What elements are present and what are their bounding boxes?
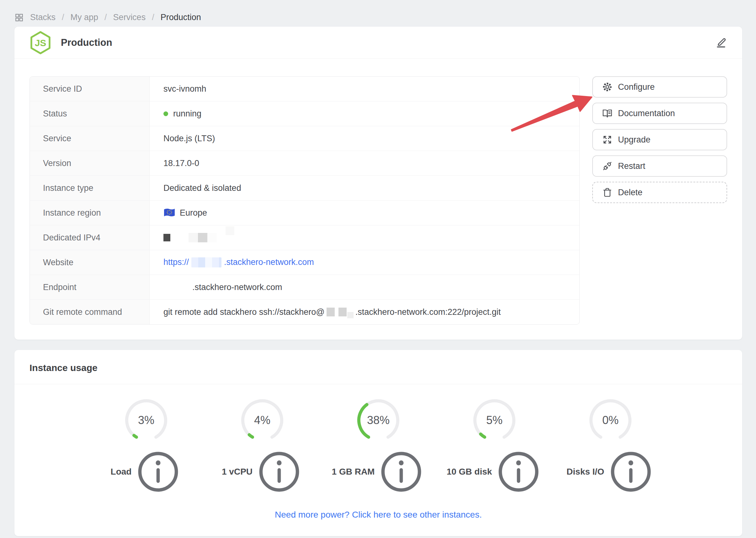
gauge-ring: 0%: [587, 397, 634, 444]
gauge-percent: 5%: [486, 414, 502, 427]
gauge-ring: 4%: [239, 397, 286, 444]
gauge-label-text: 1 vCPU: [222, 467, 253, 477]
delete-button[interactable]: Delete: [592, 182, 727, 203]
book-open-icon: [602, 108, 612, 118]
breadcrumb-my-app[interactable]: My app: [71, 13, 99, 22]
eu-flag-icon: [164, 208, 175, 218]
service-details-table: Service ID svc-ivnomh Status running Ser…: [29, 76, 580, 325]
expand-arrows-icon: [602, 134, 612, 145]
page-title: Production: [61, 37, 112, 48]
service-card: JS Production Service ID svc-ivnomh Stat…: [15, 27, 742, 340]
redaction-block: [198, 233, 207, 242]
upgrade-button[interactable]: Upgrade: [592, 129, 727, 150]
documentation-button[interactable]: Documentation: [592, 103, 727, 124]
restart-button[interactable]: Restart: [592, 155, 727, 177]
service-actions: Configure Documentation Upgrade: [592, 76, 727, 325]
svg-text:JS: JS: [35, 38, 46, 48]
info-icon[interactable]: [378, 448, 425, 495]
status-dot: [164, 111, 168, 116]
service-card-header: JS Production: [15, 27, 742, 59]
redaction-block: [189, 233, 198, 242]
redaction-block: [339, 308, 347, 316]
plug-icon: [602, 161, 612, 171]
usage-gauges: 3% Load 4% 1 vCPU: [15, 397, 742, 495]
row-status: Status running: [30, 101, 579, 126]
gauge-percent: 3%: [138, 414, 154, 427]
breadcrumb-separator: /: [151, 13, 155, 22]
gauge-label-text: 10 GB disk: [447, 467, 492, 477]
gauge-disk: 5% 10 GB disk: [471, 397, 518, 495]
status-value: running: [173, 109, 201, 119]
redaction-block: [207, 233, 217, 242]
row-service: Service Node.js (LTS): [30, 126, 579, 151]
row-endpoint: Endpoint .stackhero-network.com: [30, 275, 579, 300]
redaction-block: [327, 308, 335, 316]
gauge-label-text: 1 GB RAM: [332, 467, 375, 477]
redaction-blur: [191, 257, 221, 267]
gauge-ram: 38% 1 GB RAM: [355, 397, 402, 495]
trash-icon: [602, 188, 612, 197]
info-icon[interactable]: [495, 448, 542, 495]
edit-service-button[interactable]: [714, 35, 729, 50]
info-icon[interactable]: [256, 448, 303, 495]
configure-button[interactable]: Configure: [592, 76, 727, 98]
instance-region-value: Europe: [180, 208, 207, 218]
gauge-percent: 38%: [367, 414, 390, 427]
more-instances-link[interactable]: Need more power? Click here to see other…: [275, 510, 482, 519]
row-instance-type: Instance type Dedicated & isolated: [30, 176, 579, 200]
gear-icon: [602, 82, 612, 92]
git-command-prefix: git remote add stackhero ssh://stackhero…: [164, 307, 325, 317]
gauge-ring: 5%: [471, 397, 518, 444]
gauge-vcpu: 4% 1 vCPU: [239, 397, 286, 495]
git-command-suffix: .stackhero-network.com:222/project.git: [355, 307, 501, 317]
redaction-block: [164, 234, 170, 242]
endpoint-value: .stackhero-network.com: [192, 283, 282, 292]
gauge-percent: 0%: [602, 414, 619, 427]
breadcrumb-production: Production: [161, 13, 201, 22]
gauge-disks-io: 0% Disks I/O: [587, 397, 634, 495]
gauge-load: 3% Load: [123, 397, 170, 495]
stacks-grid-icon: [15, 13, 24, 22]
row-version: Version 18.17.0-0: [30, 151, 579, 176]
service-card-body: Service ID svc-ivnomh Status running Ser…: [15, 59, 742, 340]
dedicated-ipv4-redacted-value: [150, 225, 579, 250]
redaction-block: [347, 312, 354, 318]
row-instance-region: Instance region Europe: [30, 200, 579, 225]
website-link[interactable]: https://.stackhero-network.com: [164, 257, 314, 268]
service-value: Node.js (LTS): [164, 134, 215, 143]
breadcrumb-separator: /: [61, 13, 65, 22]
info-icon[interactable]: [607, 448, 654, 495]
redaction-block: [225, 226, 234, 235]
pencil-icon: [715, 37, 727, 49]
info-icon[interactable]: [135, 448, 182, 495]
gauge-label-text: Load: [111, 467, 132, 477]
gauge-percent: 4%: [254, 414, 270, 427]
instance-usage-title: Instance usage: [15, 350, 742, 384]
breadcrumb-stacks[interactable]: Stacks: [30, 13, 56, 22]
instance-usage-card: Instance usage 3% Load 4% 1 vCPU: [15, 350, 742, 536]
instance-type-value: Dedicated & isolated: [164, 183, 241, 193]
breadcrumb: Stacks / My app / Services / Production: [0, 0, 756, 22]
row-website: Website https://.stackhero-network.com: [30, 250, 579, 275]
breadcrumb-separator: /: [104, 13, 108, 22]
row-git-remote-command: Git remote command git remote add stackh…: [30, 300, 579, 324]
gauge-label-text: Disks I/O: [567, 467, 604, 477]
nodejs-logo-icon: JS: [29, 30, 51, 55]
gauge-ring: 38%: [355, 397, 402, 444]
row-service-id: Service ID svc-ivnomh: [30, 77, 579, 101]
version-value: 18.17.0-0: [164, 158, 199, 168]
gauge-ring: 3%: [123, 397, 170, 444]
breadcrumb-services[interactable]: Services: [113, 13, 146, 22]
row-dedicated-ipv4: Dedicated IPv4: [30, 225, 579, 250]
service-id-value: svc-ivnomh: [164, 84, 207, 94]
